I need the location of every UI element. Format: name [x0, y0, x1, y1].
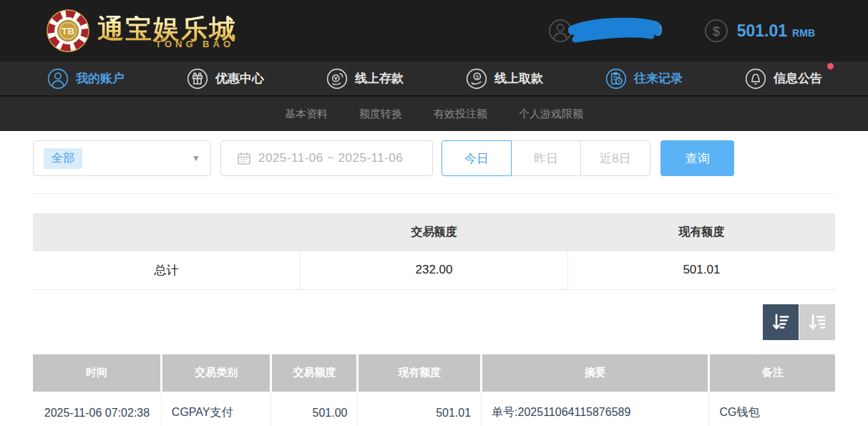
- balance-currency: RMB: [792, 27, 815, 39]
- section-divider: [33, 193, 835, 194]
- today-button[interactable]: 今日: [442, 140, 512, 176]
- record-summary: 单号:202511064115876589: [482, 392, 709, 426]
- balance-display[interactable]: $ 501.01 RMB: [704, 19, 815, 43]
- nav-label: 优惠中心: [215, 70, 264, 87]
- date-range-value: 2025-11-06 ~ 2025-11-06: [258, 151, 403, 165]
- bell-icon: [745, 68, 766, 89]
- subnav-item-personal-game-limit[interactable]: 个人游戏限额: [519, 107, 583, 121]
- quick-date-button-group: 今日 昨日 近8日: [442, 140, 650, 176]
- record-remark: CG钱包: [709, 392, 835, 426]
- username-redacted: 0: [568, 15, 663, 47]
- svg-text:TB: TB: [62, 26, 74, 37]
- summary-total-label: 总计: [33, 251, 301, 289]
- sort-controls: [33, 304, 835, 340]
- last-8-days-button[interactable]: 近8日: [580, 140, 650, 176]
- nav-label: 线上取款: [494, 70, 543, 87]
- nav-item-online-withdrawal[interactable]: $ 线上取款: [466, 68, 543, 89]
- nav-item-my-account[interactable]: 我的账户: [47, 68, 125, 89]
- sort-descending-icon: [771, 312, 791, 332]
- record-time: 2025-11-06 07:02:38: [33, 392, 161, 426]
- transaction-records-table: 时间 交易类别 交易额度 现有额度 摘要 备注 2025-11-06 07:02…: [33, 354, 835, 426]
- nav-item-announcements[interactable]: 信息公告: [745, 68, 822, 89]
- records-header-remark: 备注: [709, 354, 835, 392]
- records-header-time: 时间: [33, 354, 161, 392]
- subnav-item-basic-info[interactable]: 基本资料: [285, 107, 328, 121]
- record-amount: 501.00: [271, 392, 358, 426]
- main-nav: 我的账户 优惠中心 线上存款 $ 线上取款: [0, 62, 868, 97]
- summary-header-empty: [33, 213, 301, 251]
- dollar-coin-icon: $: [704, 19, 728, 43]
- transaction-type-select[interactable]: 全部 ▼: [33, 140, 211, 176]
- records-header-amount: 交易额度: [271, 354, 358, 392]
- sort-descending-button[interactable]: [763, 304, 799, 340]
- brand-logo[interactable]: TB 通宝娱乐城 TONG BAO: [46, 9, 237, 53]
- summary-total-balance: 501.01: [567, 251, 835, 289]
- record-type: CGPAY支付: [161, 392, 271, 426]
- filter-row: 全部 ▼ 2025-11-06 ~ 2025-11-06 今日 昨日 近8日 查…: [33, 140, 835, 176]
- summary-table: 交易额度 现有额度 总计 232.00 501.01: [33, 213, 835, 290]
- sub-nav: 基本资料 额度转换 有效投注额 个人游戏限额: [0, 97, 868, 131]
- selected-type-chip: 全部: [44, 148, 82, 169]
- subnav-item-quota-transfer[interactable]: 额度转换: [359, 107, 402, 121]
- summary-header-balance: 现有额度: [567, 213, 835, 251]
- table-row: 2025-11-06 07:02:38 CGPAY支付 501.00 501.0…: [33, 392, 835, 426]
- sort-ascending-button[interactable]: [799, 304, 835, 340]
- nav-label: 我的账户: [76, 70, 125, 87]
- balance-amount: 501.01: [737, 21, 787, 41]
- brand-name: 通宝娱乐城 TONG BAO: [97, 16, 237, 49]
- top-header: TB 通宝娱乐城 TONG BAO 0: [0, 0, 868, 62]
- yesterday-button[interactable]: 昨日: [511, 140, 581, 176]
- summary-header-amount: 交易额度: [301, 213, 568, 251]
- chevron-down-icon: ▼: [192, 153, 200, 163]
- records-header-row: 时间 交易类别 交易额度 现有额度 摘要 备注: [33, 354, 835, 392]
- summary-header-row: 交易额度 现有额度: [33, 213, 835, 251]
- sort-ascending-icon: [807, 312, 827, 332]
- user-icon: [47, 68, 69, 89]
- records-header-type: 交易类别: [161, 354, 271, 392]
- nav-item-promotions[interactable]: 优惠中心: [187, 68, 264, 89]
- record-balance: 501.01: [358, 392, 482, 426]
- notification-dot: [827, 63, 834, 69]
- logged-in-user[interactable]: 0: [548, 15, 663, 47]
- poker-chip-logo-icon: TB: [46, 9, 90, 53]
- nav-label: 线上存款: [355, 70, 404, 87]
- summary-total-amount: 232.00: [301, 251, 568, 289]
- records-header-summary: 摘要: [482, 354, 709, 392]
- deposit-icon: [326, 68, 348, 89]
- redaction-scribble: [568, 15, 663, 47]
- gift-icon: [187, 68, 208, 89]
- withdraw-icon: $: [466, 68, 487, 89]
- records-icon: [605, 68, 627, 89]
- calendar-icon: [237, 151, 251, 165]
- nav-item-transaction-records[interactable]: 往来记录: [605, 68, 683, 89]
- date-range-input[interactable]: 2025-11-06 ~ 2025-11-06: [220, 140, 433, 176]
- svg-text:$: $: [713, 24, 720, 39]
- records-header-balance: 现有额度: [358, 354, 482, 392]
- nav-label: 往来记录: [634, 70, 683, 87]
- nav-item-online-deposit[interactable]: 线上存款: [326, 68, 404, 89]
- subnav-item-valid-bets[interactable]: 有效投注额: [434, 107, 487, 121]
- main-content: 全部 ▼ 2025-11-06 ~ 2025-11-06 今日 昨日 近8日 查…: [0, 140, 868, 426]
- summary-total-row: 总计 232.00 501.01: [33, 251, 835, 289]
- search-button[interactable]: 查询: [660, 140, 734, 176]
- nav-label: 信息公告: [774, 70, 822, 87]
